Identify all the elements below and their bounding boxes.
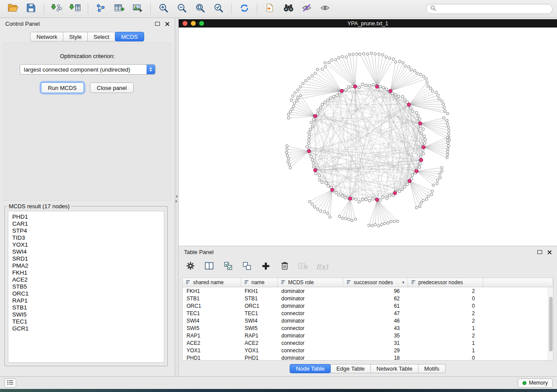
tab-network[interactable]: Network <box>30 32 63 41</box>
table-row[interactable]: SWI5SWI5connector431 <box>183 324 553 332</box>
table-row[interactable]: FKH1FKH1dominator962 <box>183 287 553 295</box>
scrollbar-thumb[interactable] <box>549 297 553 351</box>
save-session-button[interactable] <box>23 2 39 16</box>
column-header-name[interactable]: name <box>241 278 277 287</box>
table-row[interactable]: SWI4SWI4dominator462 <box>183 317 553 324</box>
table-cell-filler <box>483 332 553 339</box>
table-cell-filler <box>483 324 553 332</box>
share-document-button[interactable] <box>262 2 278 16</box>
splitter-handle-icon[interactable] <box>176 195 177 203</box>
float-panel-icon[interactable] <box>155 22 160 26</box>
optimization-criterion-select[interactable]: largest connected component (undirected) <box>20 64 156 75</box>
network-graph-svg[interactable] <box>179 28 557 246</box>
search-field[interactable] <box>426 4 553 14</box>
panel-splitter[interactable] <box>175 18 179 376</box>
table-row[interactable]: RAP1RAP1dominator352 <box>183 332 553 339</box>
table-row[interactable]: TEC1TEC1connector472 <box>183 309 553 317</box>
result-item[interactable]: RAP1 <box>12 297 160 304</box>
search-input[interactable] <box>439 6 548 12</box>
table-cell-filler <box>483 287 553 295</box>
window-zoom-icon[interactable] <box>199 21 204 26</box>
result-item[interactable]: SWI5 <box>12 311 160 318</box>
memory-button[interactable]: Memory <box>518 378 553 388</box>
result-item[interactable]: YOX1 <box>12 241 160 248</box>
result-item[interactable]: FKH1 <box>12 269 160 276</box>
table-cell: 2 <box>408 332 483 339</box>
node-table[interactable]: shared namenameMCDS rolesuccessor nodes▾… <box>182 278 554 361</box>
import-network-button[interactable] <box>48 2 65 16</box>
deselect-all-button[interactable] <box>239 260 254 273</box>
tab-style[interactable]: Style <box>63 32 88 41</box>
table-cell: connector <box>277 339 343 347</box>
result-item[interactable]: STB1 <box>12 304 160 311</box>
zoom-fit-button[interactable] <box>192 2 208 16</box>
refresh-icon <box>239 3 249 15</box>
result-item[interactable]: PMA2 <box>12 262 160 269</box>
table-row[interactable]: ACE2ACE2connector311 <box>183 339 553 347</box>
network-titlebar[interactable]: YPA_prune.txt_1 <box>179 19 557 28</box>
close-panel-icon[interactable] <box>165 22 170 26</box>
tab-edge-table[interactable]: Edge Table <box>330 364 371 373</box>
column-header-MCDS-role[interactable]: MCDS role <box>277 278 343 287</box>
result-item[interactable]: STB5 <box>12 283 160 290</box>
table-header-row: shared namenameMCDS rolesuccessor nodes▾… <box>183 278 553 287</box>
delete-button[interactable] <box>277 260 292 273</box>
column-header-successor-nodes[interactable]: successor nodes▾ <box>343 278 408 287</box>
select-all-button[interactable] <box>221 260 235 273</box>
window-minimize-icon[interactable] <box>191 21 196 26</box>
close-panel-button[interactable]: Close panel <box>90 83 134 93</box>
table-row[interactable]: STB1STB1dominator620 <box>183 295 553 302</box>
show-column-button[interactable] <box>202 260 217 273</box>
result-item[interactable]: ACE2 <box>12 276 160 283</box>
tab-mcds[interactable]: MCDS <box>115 32 144 41</box>
zoom-selected-button[interactable] <box>210 2 227 16</box>
tab-select[interactable]: Select <box>87 32 115 41</box>
table-cell: dominator <box>277 295 343 302</box>
table-cell: 46 <box>343 317 408 324</box>
network-canvas[interactable] <box>179 28 557 246</box>
import-table-button[interactable] <box>67 2 83 16</box>
control-panel: Control Panel NetworkStyleSelectMCDS Opt… <box>0 18 175 376</box>
add-row-button[interactable] <box>258 260 273 273</box>
zoom-in-button[interactable] <box>155 2 172 16</box>
column-header-predecessor-nodes[interactable]: predecessor nodes <box>408 278 483 287</box>
result-item[interactable]: STP4 <box>12 227 160 234</box>
result-item[interactable]: SWI4 <box>12 248 160 255</box>
toolbar-separator <box>150 3 151 14</box>
table-cell: SWI4 <box>241 317 277 324</box>
result-item[interactable]: GCR1 <box>12 325 160 332</box>
select-all-icon <box>224 262 232 272</box>
refresh-button[interactable] <box>236 2 253 16</box>
table-settings-button[interactable] <box>183 260 198 273</box>
column-header-shared-name[interactable]: shared name <box>183 278 241 287</box>
float-panel-icon[interactable] <box>537 250 542 254</box>
new-network-button[interactable] <box>93 2 109 16</box>
table-row[interactable]: ORC1ORC1dominator610 <box>183 302 553 309</box>
open-session-button[interactable] <box>4 2 21 16</box>
new-table-button[interactable] <box>111 2 128 16</box>
table-row[interactable]: YOX1YOX1connector291 <box>183 347 553 354</box>
search-icon <box>430 5 436 13</box>
tab-network-table[interactable]: Network Table <box>370 364 419 373</box>
result-item[interactable]: TID3 <box>12 234 160 241</box>
task-history-button[interactable] <box>4 378 16 388</box>
close-panel-icon[interactable] <box>547 250 552 254</box>
result-item[interactable]: TEC1 <box>12 318 160 325</box>
result-item[interactable]: SRD1 <box>12 255 160 262</box>
run-mcds-button[interactable]: Run MCDS <box>41 83 84 93</box>
table-scrollbar[interactable] <box>548 287 553 360</box>
export-image-button[interactable] <box>129 2 146 16</box>
result-item[interactable]: CAR1 <box>12 220 160 227</box>
table-row[interactable]: PHD1PHD1dominator180 <box>183 354 553 361</box>
window-close-icon[interactable] <box>183 21 187 26</box>
tab-node-table[interactable]: Node Table <box>290 364 331 373</box>
mcds-result-list[interactable]: PHD1CAR1STP4TID3YOX1SWI4SRD1PMA2FKH1ACE2… <box>8 211 164 363</box>
search-network-button[interactable] <box>280 2 297 16</box>
show-graphics-details-button[interactable] <box>317 2 333 16</box>
network-title: YPA_prune.txt_1 <box>179 21 557 27</box>
result-item[interactable]: ORC1 <box>12 290 160 297</box>
tab-motifs[interactable]: Motifs <box>418 364 446 373</box>
result-item[interactable]: PHD1 <box>12 213 160 220</box>
hide-graphics-details-button[interactable] <box>298 2 315 16</box>
zoom-out-button[interactable] <box>173 2 190 16</box>
